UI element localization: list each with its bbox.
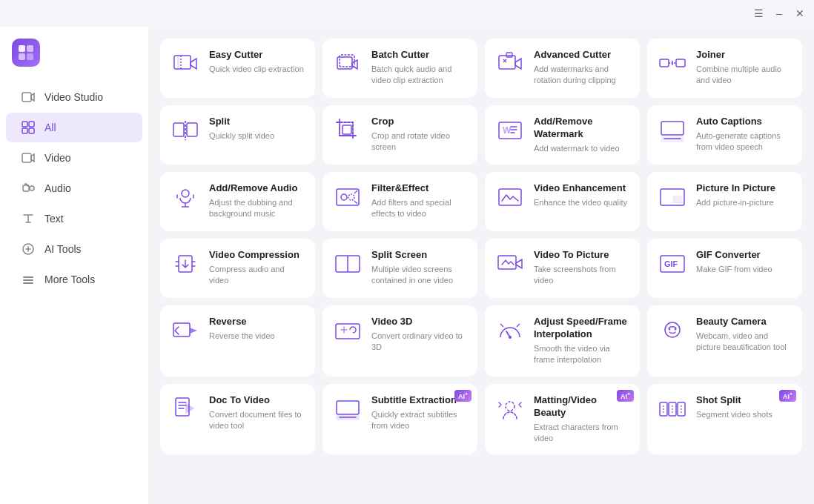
add-remove-watermark-title: Add/Remove Watermark bbox=[534, 116, 629, 141]
ai-tools-nav-icon bbox=[21, 242, 36, 256]
tool-card-add-remove-audio[interactable]: Add/Remove AudioAdjust the dubbing and b… bbox=[160, 172, 315, 231]
adjust-speed-desc: Smooth the video via frame interpolation bbox=[534, 343, 629, 366]
tool-card-video-enhancement[interactable]: Video EnhancementEnhance the video quali… bbox=[485, 172, 640, 231]
sidebar-item-ai-tools[interactable]: AI Tools bbox=[6, 234, 142, 264]
sidebar-item-audio[interactable]: Audio bbox=[6, 173, 142, 203]
video-compression-title: Video Compression bbox=[209, 249, 305, 262]
svg-point-57 bbox=[506, 402, 514, 411]
tool-card-subtitle-extraction[interactable]: Subtitle ExtractionQuickly extract subti… bbox=[322, 384, 477, 455]
tool-card-picture-in-picture[interactable]: Picture In PictureAdd picture-in-picture bbox=[647, 172, 802, 231]
easy-cutter-desc: Quick video clip extraction bbox=[209, 64, 305, 75]
tool-card-easy-cutter[interactable]: Easy CutterQuick video clip extraction bbox=[160, 39, 315, 98]
tool-card-split-screen[interactable]: Split ScreenMultiple video screens conta… bbox=[322, 239, 477, 298]
picture-in-picture-desc: Add picture-in-picture bbox=[696, 197, 792, 208]
easy-cutter-icon bbox=[171, 49, 200, 79]
text-nav-label: Text bbox=[44, 213, 64, 225]
svg-rect-13 bbox=[23, 276, 33, 278]
tool-card-video-to-picture[interactable]: Video To PictureTake screenshots from vi… bbox=[485, 239, 640, 298]
split-icon bbox=[171, 116, 200, 145]
picture-in-picture-icon bbox=[658, 182, 687, 212]
tool-card-filter-effect[interactable]: Filter&EffectAdd filters and special eff… bbox=[322, 172, 477, 231]
video-to-picture-desc: Take screenshots from video bbox=[534, 264, 629, 287]
add-remove-watermark-desc: Add watermark to video bbox=[534, 143, 629, 154]
batch-cutter-icon bbox=[333, 49, 363, 79]
tool-card-video-3d[interactable]: Video 3DConvert ordinary video to 3D bbox=[322, 305, 477, 377]
all-nav-label: All bbox=[44, 122, 56, 133]
tool-card-matting-video-beauty[interactable]: Matting/Video BeautyExtract characters f… bbox=[485, 384, 640, 455]
video-enhancement-title: Video Enhancement bbox=[534, 182, 629, 195]
svg-point-51 bbox=[665, 322, 680, 337]
svg-point-52 bbox=[669, 328, 671, 331]
video-studio-nav-icon bbox=[21, 90, 36, 105]
split-desc: Quickly split video bbox=[209, 130, 305, 142]
matting-video-beauty-icon bbox=[495, 394, 525, 424]
tool-card-shot-split[interactable]: Shot SplitSegment video shotsAI+ bbox=[647, 384, 802, 455]
picture-in-picture-title: Picture In Picture bbox=[696, 182, 792, 195]
svg-rect-31 bbox=[661, 122, 684, 135]
shot-split-desc: Segment video shots bbox=[696, 409, 792, 420]
svg-rect-36 bbox=[337, 189, 359, 205]
filter-effect-desc: Add filters and special effects to video bbox=[371, 197, 467, 220]
video-compression-desc: Compress audio and video bbox=[209, 264, 305, 287]
app-body: Video StudioAllVideoAudioTextAI ToolsMor… bbox=[0, 27, 814, 504]
auto-captions-desc: Auto-generate captions from video speech bbox=[696, 130, 792, 153]
subtitle-extraction-desc: Quickly extract subtitles from video bbox=[371, 409, 467, 432]
tool-card-add-remove-watermark[interactable]: WAdd/Remove WatermarkAdd watermark to vi… bbox=[485, 105, 640, 165]
svg-rect-22 bbox=[506, 53, 512, 57]
main-area: Easy CutterQuick video clip extractionBa… bbox=[148, 27, 814, 504]
tool-card-video-compression[interactable]: Video CompressionCompress audio and vide… bbox=[160, 239, 315, 298]
svg-rect-9 bbox=[22, 153, 31, 162]
video-to-picture-icon bbox=[495, 249, 525, 279]
doc-to-video-desc: Convert document files to video tool bbox=[209, 409, 305, 432]
tool-card-auto-captions[interactable]: Auto CaptionsAuto-generate captions from… bbox=[647, 105, 802, 165]
sidebar-item-text[interactable]: Text bbox=[6, 204, 142, 233]
joiner-desc: Combine multiple audio and video bbox=[696, 64, 792, 87]
tool-card-adjust-speed[interactable]: Adjust Speed/Frame InterpolationSmooth t… bbox=[485, 305, 640, 377]
tool-card-gif-converter[interactable]: GIFGIF ConverterMake GIF from video bbox=[647, 239, 802, 298]
video-3d-icon bbox=[333, 316, 363, 345]
tool-card-doc-to-video[interactable]: Doc To VideoConvert document files to vi… bbox=[160, 384, 315, 455]
add-remove-audio-icon bbox=[171, 182, 200, 212]
svg-point-50 bbox=[509, 336, 512, 339]
svg-rect-3 bbox=[27, 53, 33, 60]
tool-card-reverse[interactable]: ReverseReverse the video bbox=[160, 305, 315, 377]
svg-text:W: W bbox=[503, 125, 512, 136]
close-button[interactable]: ✕ bbox=[795, 8, 805, 19]
doc-to-video-title: Doc To Video bbox=[209, 394, 305, 407]
video-enhancement-icon bbox=[495, 182, 525, 212]
svg-rect-39 bbox=[499, 189, 521, 205]
sidebar-item-more-tools[interactable]: More Tools bbox=[6, 265, 142, 294]
tool-card-split[interactable]: SplitQuickly split video bbox=[160, 105, 315, 165]
sidebar-item-video-studio[interactable]: Video Studio bbox=[6, 82, 142, 112]
svg-rect-1 bbox=[27, 45, 33, 52]
easy-cutter-title: Easy Cutter bbox=[209, 49, 305, 62]
svg-rect-26 bbox=[187, 123, 197, 136]
gif-converter-title: GIF Converter bbox=[696, 249, 792, 262]
split-screen-desc: Multiple video screens contained in one … bbox=[371, 264, 467, 287]
more-tools-nav-label: More Tools bbox=[44, 273, 95, 285]
crop-desc: Crop and rotate video screen bbox=[371, 130, 467, 153]
tool-card-beauty-camera[interactable]: Beauty CameraWebcam, video and picture b… bbox=[647, 305, 802, 377]
tool-card-crop[interactable]: CropCrop and rotate video screen bbox=[322, 105, 477, 165]
sidebar-item-all[interactable]: All bbox=[6, 113, 142, 142]
advanced-cutter-icon bbox=[495, 49, 525, 79]
batch-cutter-desc: Batch quick audio and video clip extract… bbox=[371, 64, 467, 87]
video-nav-icon bbox=[21, 150, 36, 165]
beauty-camera-title: Beauty Camera bbox=[696, 316, 792, 328]
svg-rect-41 bbox=[673, 196, 682, 203]
reverse-desc: Reverse the video bbox=[209, 331, 305, 342]
tool-card-advanced-cutter[interactable]: Advanced CutterAdd watermarks and rotati… bbox=[485, 39, 640, 98]
svg-rect-2 bbox=[19, 53, 25, 60]
joiner-title: Joiner bbox=[696, 49, 792, 62]
crop-icon bbox=[333, 116, 363, 145]
gif-converter-icon: GIF bbox=[658, 249, 687, 279]
svg-text:GIF: GIF bbox=[664, 259, 678, 268]
tool-card-joiner[interactable]: JoinerCombine multiple audio and video bbox=[647, 39, 802, 98]
beauty-camera-icon bbox=[658, 316, 687, 345]
menu-button[interactable]: ☰ bbox=[753, 8, 764, 19]
video-nav-label: Video bbox=[44, 152, 71, 164]
sidebar-item-video[interactable]: Video bbox=[6, 143, 142, 173]
split-screen-icon bbox=[333, 249, 363, 279]
tool-card-batch-cutter[interactable]: Batch CutterBatch quick audio and video … bbox=[322, 39, 477, 98]
minimize-button[interactable]: – bbox=[774, 8, 784, 19]
